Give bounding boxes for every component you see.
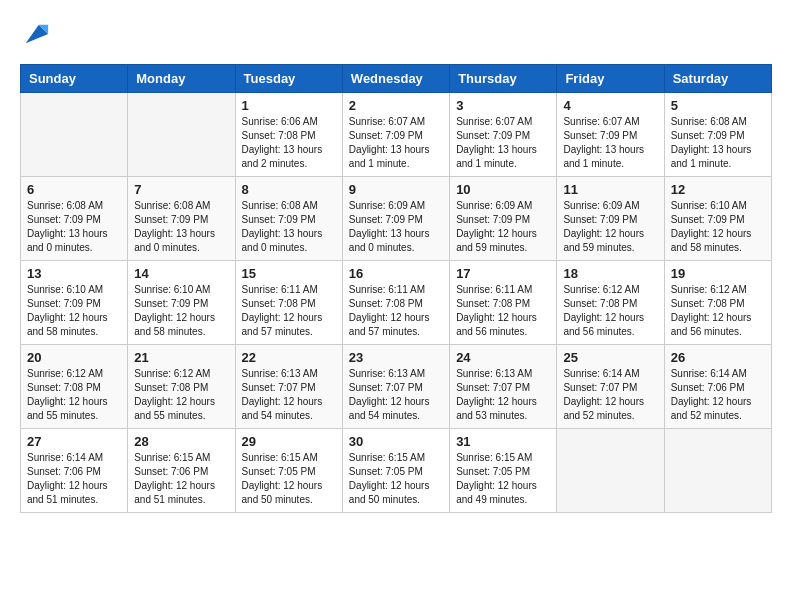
day-number: 17 xyxy=(456,266,550,281)
day-info: Sunrise: 6:10 AM Sunset: 7:09 PM Dayligh… xyxy=(134,283,228,339)
day-number: 14 xyxy=(134,266,228,281)
calendar-week-row: 1Sunrise: 6:06 AM Sunset: 7:08 PM Daylig… xyxy=(21,93,772,177)
calendar-cell: 24Sunrise: 6:13 AM Sunset: 7:07 PM Dayli… xyxy=(450,345,557,429)
calendar-cell: 10Sunrise: 6:09 AM Sunset: 7:09 PM Dayli… xyxy=(450,177,557,261)
day-info: Sunrise: 6:09 AM Sunset: 7:09 PM Dayligh… xyxy=(456,199,550,255)
day-number: 26 xyxy=(671,350,765,365)
day-number: 16 xyxy=(349,266,443,281)
calendar-cell: 22Sunrise: 6:13 AM Sunset: 7:07 PM Dayli… xyxy=(235,345,342,429)
day-number: 25 xyxy=(563,350,657,365)
calendar-cell xyxy=(664,429,771,513)
day-info: Sunrise: 6:07 AM Sunset: 7:09 PM Dayligh… xyxy=(349,115,443,171)
calendar-cell: 30Sunrise: 6:15 AM Sunset: 7:05 PM Dayli… xyxy=(342,429,449,513)
day-number: 23 xyxy=(349,350,443,365)
logo xyxy=(20,20,50,48)
day-info: Sunrise: 6:14 AM Sunset: 7:07 PM Dayligh… xyxy=(563,367,657,423)
calendar-cell: 2Sunrise: 6:07 AM Sunset: 7:09 PM Daylig… xyxy=(342,93,449,177)
day-number: 30 xyxy=(349,434,443,449)
calendar-cell: 17Sunrise: 6:11 AM Sunset: 7:08 PM Dayli… xyxy=(450,261,557,345)
day-info: Sunrise: 6:14 AM Sunset: 7:06 PM Dayligh… xyxy=(671,367,765,423)
calendar-cell: 28Sunrise: 6:15 AM Sunset: 7:06 PM Dayli… xyxy=(128,429,235,513)
day-info: Sunrise: 6:06 AM Sunset: 7:08 PM Dayligh… xyxy=(242,115,336,171)
calendar-cell: 3Sunrise: 6:07 AM Sunset: 7:09 PM Daylig… xyxy=(450,93,557,177)
day-info: Sunrise: 6:08 AM Sunset: 7:09 PM Dayligh… xyxy=(27,199,121,255)
day-number: 27 xyxy=(27,434,121,449)
calendar-cell xyxy=(21,93,128,177)
day-number: 21 xyxy=(134,350,228,365)
day-info: Sunrise: 6:15 AM Sunset: 7:05 PM Dayligh… xyxy=(456,451,550,507)
day-number: 4 xyxy=(563,98,657,113)
day-info: Sunrise: 6:13 AM Sunset: 7:07 PM Dayligh… xyxy=(242,367,336,423)
calendar-week-row: 27Sunrise: 6:14 AM Sunset: 7:06 PM Dayli… xyxy=(21,429,772,513)
weekday-header: Sunday xyxy=(21,65,128,93)
day-info: Sunrise: 6:10 AM Sunset: 7:09 PM Dayligh… xyxy=(27,283,121,339)
day-info: Sunrise: 6:11 AM Sunset: 7:08 PM Dayligh… xyxy=(456,283,550,339)
calendar-cell: 7Sunrise: 6:08 AM Sunset: 7:09 PM Daylig… xyxy=(128,177,235,261)
weekday-header: Friday xyxy=(557,65,664,93)
day-number: 20 xyxy=(27,350,121,365)
day-info: Sunrise: 6:12 AM Sunset: 7:08 PM Dayligh… xyxy=(671,283,765,339)
weekday-header: Thursday xyxy=(450,65,557,93)
calendar-week-row: 6Sunrise: 6:08 AM Sunset: 7:09 PM Daylig… xyxy=(21,177,772,261)
day-number: 11 xyxy=(563,182,657,197)
day-number: 9 xyxy=(349,182,443,197)
page-header xyxy=(20,20,772,48)
day-info: Sunrise: 6:07 AM Sunset: 7:09 PM Dayligh… xyxy=(456,115,550,171)
day-number: 8 xyxy=(242,182,336,197)
day-number: 2 xyxy=(349,98,443,113)
day-number: 6 xyxy=(27,182,121,197)
day-info: Sunrise: 6:08 AM Sunset: 7:09 PM Dayligh… xyxy=(242,199,336,255)
calendar-cell: 12Sunrise: 6:10 AM Sunset: 7:09 PM Dayli… xyxy=(664,177,771,261)
calendar-cell: 23Sunrise: 6:13 AM Sunset: 7:07 PM Dayli… xyxy=(342,345,449,429)
day-info: Sunrise: 6:12 AM Sunset: 7:08 PM Dayligh… xyxy=(134,367,228,423)
weekday-header: Monday xyxy=(128,65,235,93)
day-info: Sunrise: 6:10 AM Sunset: 7:09 PM Dayligh… xyxy=(671,199,765,255)
day-info: Sunrise: 6:15 AM Sunset: 7:06 PM Dayligh… xyxy=(134,451,228,507)
day-info: Sunrise: 6:11 AM Sunset: 7:08 PM Dayligh… xyxy=(349,283,443,339)
day-number: 13 xyxy=(27,266,121,281)
day-info: Sunrise: 6:09 AM Sunset: 7:09 PM Dayligh… xyxy=(563,199,657,255)
day-info: Sunrise: 6:09 AM Sunset: 7:09 PM Dayligh… xyxy=(349,199,443,255)
day-number: 18 xyxy=(563,266,657,281)
calendar-cell: 16Sunrise: 6:11 AM Sunset: 7:08 PM Dayli… xyxy=(342,261,449,345)
day-info: Sunrise: 6:13 AM Sunset: 7:07 PM Dayligh… xyxy=(456,367,550,423)
calendar: SundayMondayTuesdayWednesdayThursdayFrid… xyxy=(20,64,772,513)
calendar-cell: 31Sunrise: 6:15 AM Sunset: 7:05 PM Dayli… xyxy=(450,429,557,513)
weekday-header: Tuesday xyxy=(235,65,342,93)
day-number: 5 xyxy=(671,98,765,113)
day-info: Sunrise: 6:08 AM Sunset: 7:09 PM Dayligh… xyxy=(671,115,765,171)
calendar-cell: 13Sunrise: 6:10 AM Sunset: 7:09 PM Dayli… xyxy=(21,261,128,345)
calendar-cell: 11Sunrise: 6:09 AM Sunset: 7:09 PM Dayli… xyxy=(557,177,664,261)
day-info: Sunrise: 6:15 AM Sunset: 7:05 PM Dayligh… xyxy=(242,451,336,507)
calendar-cell xyxy=(557,429,664,513)
day-info: Sunrise: 6:13 AM Sunset: 7:07 PM Dayligh… xyxy=(349,367,443,423)
day-number: 31 xyxy=(456,434,550,449)
day-info: Sunrise: 6:14 AM Sunset: 7:06 PM Dayligh… xyxy=(27,451,121,507)
day-number: 7 xyxy=(134,182,228,197)
day-info: Sunrise: 6:12 AM Sunset: 7:08 PM Dayligh… xyxy=(27,367,121,423)
calendar-cell xyxy=(128,93,235,177)
weekday-header: Wednesday xyxy=(342,65,449,93)
day-info: Sunrise: 6:12 AM Sunset: 7:08 PM Dayligh… xyxy=(563,283,657,339)
day-number: 28 xyxy=(134,434,228,449)
calendar-cell: 21Sunrise: 6:12 AM Sunset: 7:08 PM Dayli… xyxy=(128,345,235,429)
calendar-header-row: SundayMondayTuesdayWednesdayThursdayFrid… xyxy=(21,65,772,93)
day-number: 3 xyxy=(456,98,550,113)
calendar-cell: 5Sunrise: 6:08 AM Sunset: 7:09 PM Daylig… xyxy=(664,93,771,177)
calendar-cell: 19Sunrise: 6:12 AM Sunset: 7:08 PM Dayli… xyxy=(664,261,771,345)
day-info: Sunrise: 6:08 AM Sunset: 7:09 PM Dayligh… xyxy=(134,199,228,255)
calendar-cell: 15Sunrise: 6:11 AM Sunset: 7:08 PM Dayli… xyxy=(235,261,342,345)
calendar-cell: 29Sunrise: 6:15 AM Sunset: 7:05 PM Dayli… xyxy=(235,429,342,513)
day-number: 22 xyxy=(242,350,336,365)
day-info: Sunrise: 6:11 AM Sunset: 7:08 PM Dayligh… xyxy=(242,283,336,339)
calendar-cell: 26Sunrise: 6:14 AM Sunset: 7:06 PM Dayli… xyxy=(664,345,771,429)
calendar-cell: 9Sunrise: 6:09 AM Sunset: 7:09 PM Daylig… xyxy=(342,177,449,261)
day-number: 1 xyxy=(242,98,336,113)
calendar-week-row: 13Sunrise: 6:10 AM Sunset: 7:09 PM Dayli… xyxy=(21,261,772,345)
day-info: Sunrise: 6:07 AM Sunset: 7:09 PM Dayligh… xyxy=(563,115,657,171)
day-number: 24 xyxy=(456,350,550,365)
calendar-cell: 14Sunrise: 6:10 AM Sunset: 7:09 PM Dayli… xyxy=(128,261,235,345)
calendar-cell: 6Sunrise: 6:08 AM Sunset: 7:09 PM Daylig… xyxy=(21,177,128,261)
calendar-cell: 8Sunrise: 6:08 AM Sunset: 7:09 PM Daylig… xyxy=(235,177,342,261)
day-number: 15 xyxy=(242,266,336,281)
